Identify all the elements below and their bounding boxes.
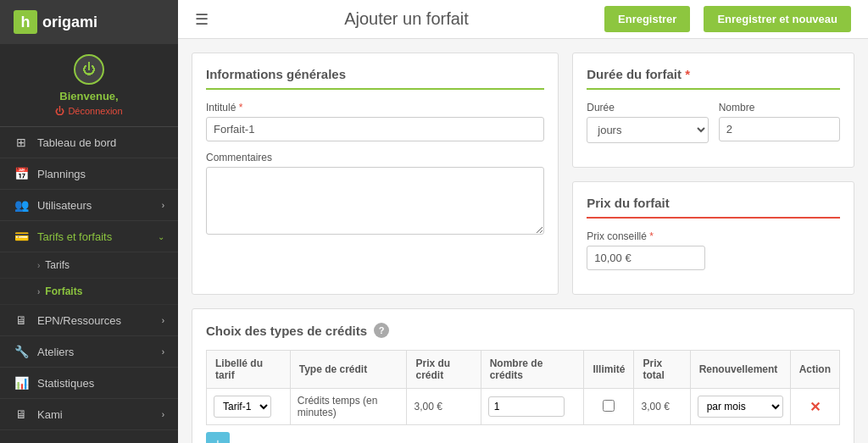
duration-row: Durée jours semaines mois années Nombre: [587, 102, 840, 143]
calendar-icon: 📅: [14, 167, 29, 180]
sidebar-logo: h origami: [0, 0, 178, 44]
sidebar-nav: ⊞ Tableau de bord 📅 Plannings 👥 Utilisat…: [0, 127, 178, 443]
add-row-button[interactable]: +: [206, 432, 230, 443]
col-renouvellement: Renouvellement: [690, 351, 790, 389]
cell-nombre-credits: [481, 389, 584, 425]
required-star: *: [239, 102, 243, 114]
dashboard-icon: ⊞: [14, 136, 29, 149]
prix-title: Prix du forfait: [587, 196, 840, 219]
chevron-right-icon: ›: [162, 316, 164, 325]
duree-title: Durée du forfait *: [587, 67, 840, 90]
nav-label: Kami: [37, 408, 63, 421]
prix-panel: Prix du forfait Prix conseillé *: [572, 181, 854, 295]
sidebar-item-tableau-de-bord[interactable]: ⊞ Tableau de bord: [0, 127, 178, 158]
intitule-input[interactable]: [206, 117, 544, 141]
help-icon[interactable]: ?: [374, 323, 389, 338]
nav-label: EPN/Ressources: [37, 314, 121, 327]
commentaires-group: Commentaires: [206, 152, 544, 237]
cell-prix-total: 3,00 €: [634, 389, 690, 425]
col-type-credit: Type de crédit: [290, 351, 407, 389]
commentaires-input[interactable]: [206, 167, 544, 235]
nav-label: Utilisateurs: [37, 199, 92, 212]
welcome-text: Bienvenue,: [14, 90, 164, 102]
credits-table: Libellé du tarif Type de crédit Prix du …: [206, 350, 840, 425]
save-new-button[interactable]: Enregistrer et nouveau: [704, 6, 851, 32]
credits-panel: Choix des types de crédits ? Libellé du …: [192, 308, 854, 443]
required-star: *: [649, 230, 654, 242]
col-illimite: Illimité: [584, 351, 634, 389]
sidebar-item-ateliers[interactable]: 🔧 Ateliers ›: [0, 336, 178, 368]
logout-icon: ⏻: [55, 106, 64, 116]
chevron-right-icon: ›: [162, 410, 164, 419]
cell-type-credit: Crédits temps (en minutes): [290, 389, 407, 425]
intitule-label: Intitulé *: [206, 102, 544, 114]
hamburger-icon[interactable]: ☰: [195, 10, 209, 29]
row-panels: Informations générales Intitulé * Commen…: [192, 53, 854, 295]
prix-label: Prix conseillé *: [587, 230, 840, 242]
nombre-input[interactable]: [719, 117, 840, 141]
duree-select[interactable]: jours semaines mois années: [587, 117, 708, 143]
nav-label: Tarifs et forfaits: [37, 230, 112, 243]
nav-label: Tarifs: [45, 259, 70, 271]
chevron-down-icon: ⌄: [158, 232, 164, 241]
content-area: Informations générales Intitulé * Commen…: [178, 39, 868, 443]
tarifs-icon: 💳: [14, 230, 29, 243]
nombre-group: Nombre: [719, 102, 840, 143]
cell-renouvellement: par mois par semaine par année: [690, 389, 790, 425]
nombre-label: Nombre: [719, 102, 840, 114]
renouvellement-select[interactable]: par mois par semaine par année: [698, 396, 783, 418]
tarif-select[interactable]: Tarif-1: [214, 396, 271, 418]
sidebar-item-forfaits[interactable]: › Forfaits: [0, 279, 178, 305]
sidebar-user: ⏻ Bienvenue, ⏻ Déconnexion: [0, 44, 178, 127]
general-info-panel: Informations générales Intitulé * Commen…: [192, 53, 559, 295]
sidebar-item-epn-ressources[interactable]: 🖥 EPN/Ressources ›: [0, 305, 178, 336]
duree-group: Durée jours semaines mois années: [587, 102, 708, 143]
sidebar-item-plannings[interactable]: 📅 Plannings: [0, 158, 178, 190]
save-button[interactable]: Enregistrer: [604, 6, 690, 32]
sidebar-item-kami[interactable]: 🖥 Kami ›: [0, 399, 178, 430]
col-libelle: Libellé du tarif: [207, 351, 291, 389]
duree-panel: Durée du forfait * Durée jours semaines …: [572, 53, 854, 168]
duree-label: Durée: [587, 102, 708, 114]
right-panels: Durée du forfait * Durée jours semaines …: [572, 53, 854, 295]
ateliers-icon: 🔧: [14, 345, 29, 358]
cell-tarif: Tarif-1: [207, 389, 291, 425]
kami-icon: 🖥: [14, 407, 29, 421]
nombre-credits-input[interactable]: [488, 396, 565, 417]
cell-action: ✕: [790, 389, 839, 425]
logout-label: Déconnexion: [68, 106, 122, 116]
sidebar-item-utilisateurs[interactable]: 👥 Utilisateurs ›: [0, 190, 178, 221]
chevron-right-icon: ›: [162, 347, 164, 357]
cell-prix-credit: 3,00 €: [407, 389, 481, 425]
sidebar-item-statistiques[interactable]: 📊 Statistiques: [0, 368, 178, 399]
sub-arrow-icon: ›: [37, 287, 40, 296]
sidebar-item-tarifs[interactable]: › Tarifs: [0, 252, 178, 279]
col-prix-total: Prix total: [634, 351, 690, 389]
illimite-checkbox[interactable]: [603, 400, 615, 412]
nav-label: Ateliers: [37, 346, 74, 358]
epn-icon: 🖥: [14, 313, 29, 327]
users-icon: 👥: [14, 198, 29, 212]
nav-label: Plannings: [37, 168, 86, 180]
table-row: Tarif-1 Crédits temps (en minutes) 3,00 …: [207, 389, 840, 425]
intitule-group: Intitulé *: [206, 102, 544, 141]
sidebar-item-tarifs-forfaits[interactable]: 💳 Tarifs et forfaits ⌄: [0, 221, 178, 252]
delete-row-button[interactable]: ✕: [810, 399, 821, 415]
logo-text: origami: [42, 14, 97, 31]
prix-input[interactable]: [587, 246, 705, 270]
logo-letter: h: [14, 10, 37, 34]
credits-title: Choix des types de crédits ?: [206, 323, 840, 338]
cell-illimite: [584, 389, 634, 425]
logout-button[interactable]: ⏻ Déconnexion: [14, 106, 164, 116]
sidebar: h origami ⏻ Bienvenue, ⏻ Déconnexion ⊞ T…: [0, 0, 178, 443]
col-nombre-credits: Nombre de crédits: [481, 351, 584, 389]
stats-icon: 📊: [14, 376, 29, 390]
page-title: Ajouter un forfait: [222, 9, 591, 29]
chevron-right-icon: ›: [162, 201, 164, 210]
required-star: *: [685, 67, 690, 81]
commentaires-label: Commentaires: [206, 152, 544, 163]
prix-group: Prix conseillé *: [587, 230, 840, 270]
nav-label: Forfaits: [45, 285, 82, 297]
col-prix-credit: Prix du crédit: [407, 351, 481, 389]
main-content: ☰ Ajouter un forfait Enregistrer Enregis…: [178, 0, 868, 443]
